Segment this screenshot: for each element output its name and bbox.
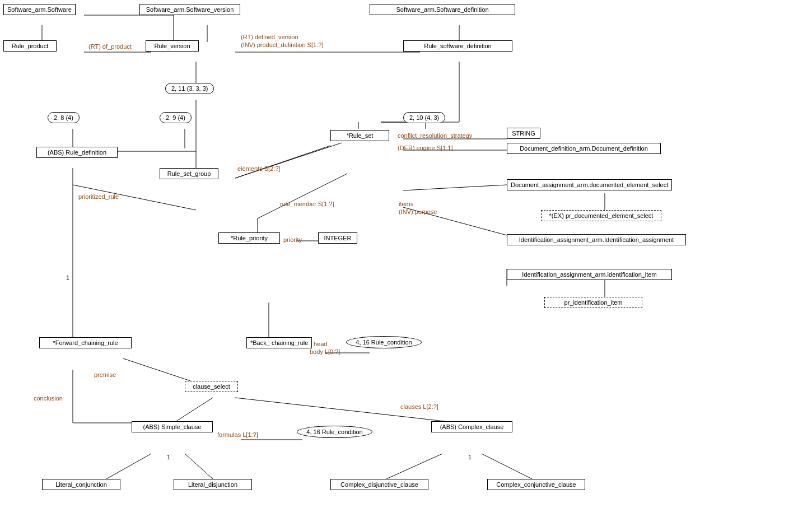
of-product-label: (RT) of_product: [88, 43, 132, 50]
identification-item-box: Identification_assignment_arm.identifica…: [507, 269, 672, 280]
literal-conjunction-box: Literal_conjunction: [42, 479, 120, 490]
elements-label: elements S[2:?]: [237, 165, 280, 172]
svg-line-41: [386, 454, 442, 479]
svg-line-36: [174, 398, 213, 423]
complex-clause-box: (ABS) Complex_clause: [431, 421, 512, 432]
formulas-label: formulas L[1:?]: [217, 431, 258, 438]
software-arm-software-definition-box: Software_arm.Software_definition: [370, 4, 515, 15]
rule-priority-box: *Rule_priority: [218, 232, 280, 244]
badge-2-9: 2, 9 (4): [160, 112, 192, 123]
rule-product-box: Rule_product: [3, 40, 57, 52]
premise-label: premise: [94, 371, 116, 378]
one-label-3: 1: [468, 454, 472, 460]
clause-select-box: clause_select: [185, 381, 238, 392]
svg-line-22: [403, 185, 507, 190]
product-definition-label: (INV) product_definition S[1:?]: [241, 41, 323, 48]
pr-identification-box: pr_identification_item: [544, 297, 642, 308]
integer-box: INTEGER: [318, 232, 357, 244]
connection-lines: [0, 0, 812, 517]
rule-condition-oval-2: 4, 16 Rule_condition: [297, 426, 372, 438]
diagram-container: Software_arm.Software Software_arm.Softw…: [0, 0, 812, 517]
rule-set-group-box: Rule_set_group: [160, 168, 218, 179]
rule-member-label: rule_member S[1:?]: [280, 201, 334, 207]
rule-condition-oval-1: 4, 16 Rule_condition: [346, 336, 422, 348]
svg-line-40: [185, 454, 213, 479]
svg-line-18: [235, 146, 330, 178]
badge-2-8: 2, 8 (4): [48, 112, 80, 123]
rule-set-box: *Rule_set: [330, 130, 389, 141]
document-assignment-box: Document_assignment_arm.documented_eleme…: [507, 179, 672, 190]
svg-line-37: [235, 398, 459, 423]
svg-line-39: [106, 454, 151, 479]
conclusion-label: conclusion: [34, 395, 63, 402]
svg-line-34: [123, 358, 190, 381]
complex-disjunctive-box: Complex_disjunctive_clause: [330, 479, 428, 490]
rule-software-definition-box: Rule_software_definition: [403, 40, 512, 52]
prioritized-rule-label: prioritized_rule: [78, 193, 119, 200]
priority-label: priority: [283, 236, 302, 243]
one-label-2: 1: [167, 454, 170, 460]
back-chaining-rule-box: *Back_ chaining_rule: [246, 337, 312, 348]
one-label-1: 1: [66, 274, 69, 281]
pr-documented-box: *(EX) pr_documented_element_select: [541, 210, 661, 221]
rule-definition-box: (ABS) Rule_definition: [36, 147, 118, 158]
software-arm-software-version-box: Software_arm.Software_version: [139, 4, 240, 15]
der-engine-label: (DER) engine S[1:1]: [398, 145, 452, 151]
document-definition-box: Document_definition_arm.Document_definit…: [507, 143, 661, 154]
literal-disjunction-box: Literal_disjunction: [174, 479, 252, 490]
items-label: items: [399, 201, 413, 207]
svg-line-42: [482, 454, 532, 479]
string-box: STRING: [507, 128, 540, 139]
badge-2-10: 2, 10 (4, 3): [403, 112, 445, 123]
forward-chaining-rule-box: *Forward_chaining_rule: [39, 337, 132, 348]
defined-version-label: (RT) defined_version: [241, 34, 298, 40]
rule-version-box: Rule_version: [146, 40, 199, 52]
svg-line-29: [258, 174, 347, 218]
inv-purpose-label: (INV) purpose: [399, 208, 437, 215]
body-label: body L[0:?]: [310, 348, 340, 355]
identification-assignment-box: Identification_assignment_arm.Identifica…: [507, 234, 686, 245]
complex-conjunctive-box: Complex_conjunctive_clause: [487, 479, 585, 490]
clauses-label: clauses L[2:?]: [400, 403, 438, 410]
head-label: head: [314, 341, 327, 347]
simple-clause-box: (ABS) Simple_clause: [132, 421, 213, 432]
badge-2-11: 2, 11 (3, 3, 3): [165, 83, 214, 94]
software-arm-software-box: Software_arm.Software: [3, 4, 76, 15]
svg-line-47: [235, 143, 342, 178]
conflict-resolution-label: conflict_resolution_strategy: [398, 132, 472, 139]
